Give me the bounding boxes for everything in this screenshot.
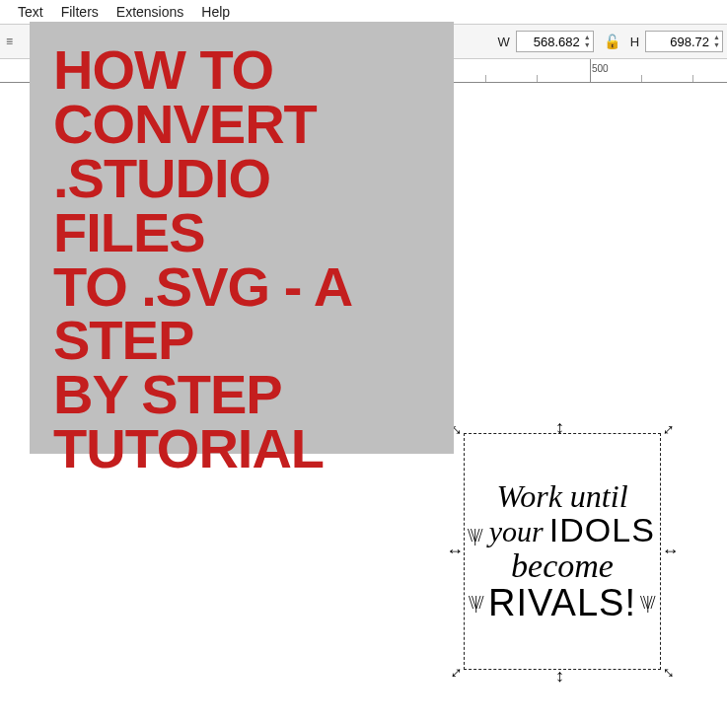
ray-left-icon: \\|//	[471, 594, 484, 613]
width-down-icon[interactable]: ▼	[584, 41, 591, 49]
resize-handle-bl-icon[interactable]: ↕	[446, 664, 465, 683]
align-icon[interactable]: ≡	[6, 35, 13, 48]
artwork-line1: Work until	[496, 480, 627, 514]
artwork-line3: become	[511, 548, 614, 584]
height-input[interactable]	[648, 34, 711, 50]
resize-handle-left-icon[interactable]: ↕	[445, 547, 463, 556]
width-spinbox[interactable]: ▲ ▼	[516, 31, 594, 52]
resize-handle-tr-icon[interactable]: ↕	[660, 419, 679, 438]
height-spinbox[interactable]: ▲ ▼	[645, 31, 723, 52]
resize-handle-br-icon[interactable]: ↕	[660, 664, 679, 683]
artwork-line2-right: IDOLS	[549, 513, 655, 548]
selection-box[interactable]: ↕ ↕ ↕ ↕ ↕ ↕ ↕ ↕ Work until \\|// your ID…	[464, 433, 661, 670]
width-label: W	[497, 35, 509, 49]
menu-filters[interactable]: Filters	[61, 4, 99, 20]
width-input[interactable]	[519, 34, 582, 50]
ray-right-icon: \\|//	[640, 594, 654, 613]
resize-handle-bottom-icon[interactable]: ↕	[555, 667, 564, 685]
lock-icon[interactable]: 🔓	[600, 34, 624, 49]
ruler-minor-line	[537, 75, 538, 83]
tutorial-overlay: HOW TO CONVERT .STUDIO FILES TO .SVG - A…	[30, 22, 454, 454]
height-down-icon[interactable]: ▼	[713, 41, 720, 49]
artwork-line4: RIVALS!	[488, 584, 636, 623]
resize-handle-top-icon[interactable]: ↕	[555, 418, 564, 436]
artwork-object[interactable]: Work until \\|// your IDOLS become \\|//…	[471, 440, 654, 663]
ruler-tick: 500	[592, 63, 609, 74]
width-up-icon[interactable]: ▲	[584, 34, 591, 41]
menu-help[interactable]: Help	[201, 4, 230, 20]
ruler-major-line	[590, 59, 591, 83]
ray-left-icon: \\|//	[470, 527, 483, 546]
height-up-icon[interactable]: ▲	[713, 34, 720, 41]
tutorial-title: HOW TO CONVERT .STUDIO FILES TO .SVG - A…	[53, 43, 430, 476]
menu-text[interactable]: Text	[18, 4, 43, 20]
ruler-minor-line	[641, 75, 642, 83]
height-label: H	[630, 35, 639, 49]
artwork-line2-left: your	[489, 516, 544, 547]
menu-bar: Text Filters Extensions Help	[0, 0, 727, 24]
ruler-minor-line	[485, 75, 486, 83]
ruler-minor-line	[692, 75, 693, 83]
menu-extensions[interactable]: Extensions	[116, 4, 183, 20]
resize-handle-right-icon[interactable]: ↕	[663, 547, 681, 556]
